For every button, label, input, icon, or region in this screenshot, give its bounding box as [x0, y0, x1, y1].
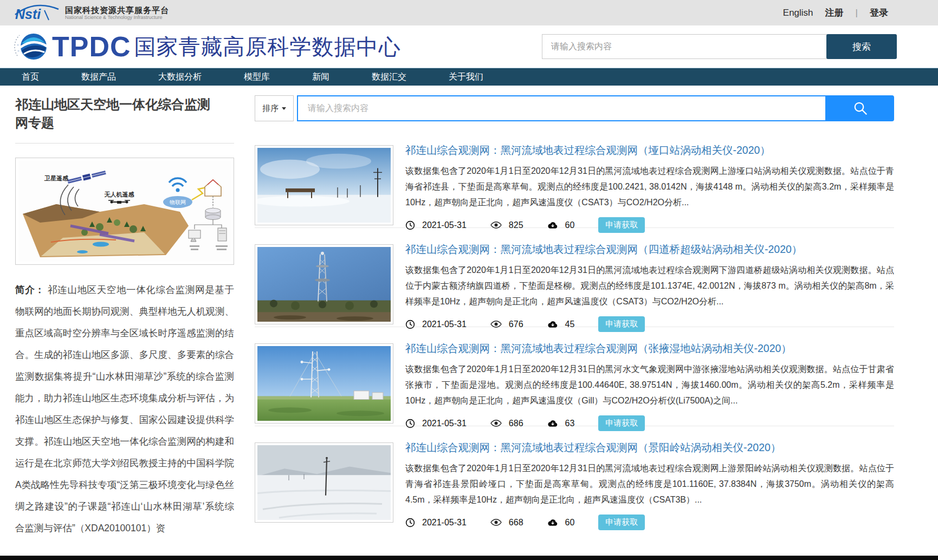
tpdc-globe-icon	[13, 28, 51, 66]
sort-label: 排序	[263, 103, 279, 114]
eye-icon	[490, 518, 502, 526]
nav-item-data-products[interactable]: 数据产品	[81, 71, 116, 83]
dataset-description: 该数据集包含了2020年1月1日至2020年12月31日的黑河流域地表过程综合观…	[405, 460, 894, 507]
dataset-title-link[interactable]: 祁连山综合观测网：黑河流域地表过程综合观测网（张掖湿地站涡动相关仪-2020）	[405, 341, 894, 356]
dataset-views: 686	[509, 419, 523, 428]
topic-illustration: 卫星遥感 无人机遥感	[15, 158, 234, 265]
site-title: 国家青藏高原科学数据中心	[134, 32, 401, 62]
footer-bar	[0, 556, 938, 560]
topic-intro: 简介： 祁连山地区天空地一体化综合监测网是基于物联网的地面长期协同观测、典型样地…	[15, 279, 234, 539]
dataset-downloads: 60	[565, 518, 575, 528]
eye-icon	[490, 221, 502, 229]
dataset-item: 祁连山综合观测网：黑河流域地表过程综合观测网（四道桥超级站涡动相关仪-2020）…	[255, 228, 894, 327]
topic-title: 祁连山地区天空地一体化综合监测网专题	[15, 95, 217, 132]
cloud-download-icon	[547, 419, 558, 428]
dataset-thumbnail[interactable]	[255, 145, 393, 225]
main-navigation: 首页 数据产品 大数据分析 模型库 新闻 数据汇交 关于我们	[0, 68, 938, 86]
nav-item-model-library[interactable]: 模型库	[244, 71, 270, 83]
nav-item-big-data-analysis[interactable]: 大数据分析	[158, 71, 202, 83]
list-toolbar: 排序	[255, 95, 894, 121]
dataset-date: 2021-05-31	[422, 518, 467, 528]
apply-button[interactable]: 申请获取	[598, 415, 645, 431]
dataset-thumbnail[interactable]	[255, 343, 393, 424]
top-utility-bar: Nsti 国家科技资源共享服务平台 National Science & Tec…	[0, 0, 938, 25]
dataset-title-link[interactable]: 祁连山综合观测网：黑河流域地表过程综合观测网（景阳岭站涡动相关仪-2020）	[405, 440, 894, 455]
nav-item-data-submission[interactable]: 数据汇交	[372, 71, 406, 83]
dataset-meta: 2021-05-31 686 63 申请获取	[405, 415, 894, 431]
login-link[interactable]: 登录	[870, 6, 888, 19]
dataset-item: 祁连山综合观测网：黑河流域地表过程综合观测网（景阳岭站涡动相关仪-2020） 该…	[255, 426, 894, 525]
dataset-meta: 2021-05-31 676 45 申请获取	[405, 316, 894, 332]
dataset-title-link[interactable]: 祁连山综合观测网：黑河流域地表过程综合观测网（四道桥超级站涡动相关仪-2020）	[405, 242, 894, 257]
site-header: TPDC 国家青藏高原科学数据中心 搜索	[0, 25, 938, 68]
cloud-download-icon	[547, 320, 558, 329]
header-search: 搜索	[542, 34, 897, 59]
logo-acronym: TPDC	[52, 30, 131, 63]
eye-icon	[490, 419, 502, 427]
dataset-downloads: 60	[565, 220, 575, 230]
apply-button[interactable]: 申请获取	[598, 217, 645, 233]
register-link[interactable]: 注册	[825, 6, 844, 19]
clock-icon	[405, 419, 415, 428]
tower-grassland-photo	[257, 346, 391, 421]
nav-item-news[interactable]: 新闻	[312, 71, 329, 83]
dataset-list-panel: 排序	[255, 95, 894, 539]
dataset-item: 祁连山综合观测网：黑河流域地表过程综合观测网（张掖湿地站涡动相关仪-2020） …	[255, 327, 894, 426]
topic-sidebar: 祁连山地区天空地一体化综合监测网专题	[15, 95, 234, 539]
list-search-input[interactable]	[297, 95, 826, 121]
caret-down-icon	[282, 107, 286, 110]
dataset-description: 该数据集包含了2020年1月1日至2020年12月31日的黑河流域地表过程综合观…	[405, 163, 894, 210]
drone-label: 无人机遥感	[104, 191, 135, 198]
dataset-views: 676	[509, 320, 523, 329]
iot-label: 物联网	[170, 199, 186, 205]
dataset-title-link[interactable]: 祁连山综合观测网：黑河流域地表过程综合观测网（垭口站涡动相关仪-2020）	[405, 143, 894, 158]
nav-item-home[interactable]: 首页	[22, 71, 39, 83]
satellite-label: 卫星遥感	[44, 175, 69, 181]
snow-station-photo	[257, 148, 391, 223]
dataset-meta: 2021-05-31 825 60 申请获取	[405, 217, 894, 233]
dataset-downloads: 45	[565, 320, 575, 329]
platform-name-en: National Science & Technology Infrastruc…	[65, 15, 169, 20]
english-link[interactable]: English	[783, 8, 813, 18]
clock-icon	[405, 220, 415, 230]
magnifier-icon	[852, 100, 869, 116]
platform-name: 国家科技资源共享服务平台	[65, 5, 169, 15]
nsti-logo[interactable]: Nsti 国家科技资源共享服务平台 National Science & Tec…	[13, 4, 169, 22]
cloud-download-icon	[547, 220, 558, 230]
sidebar-divider	[15, 143, 234, 144]
dataset-date: 2021-05-31	[422, 320, 467, 329]
apply-button[interactable]: 申请获取	[598, 316, 645, 332]
dataset-item: 祁连山综合观测网：黑河流域地表过程综合观测网（垭口站涡动相关仪-2020） 该数…	[255, 129, 894, 228]
dataset-downloads: 63	[565, 419, 575, 428]
monitoring-network-diagram: 卫星遥感 无人机遥感	[18, 161, 231, 262]
tpdc-logo[interactable]: TPDC 国家青藏高原科学数据中心	[13, 28, 401, 66]
header-search-input[interactable]	[542, 34, 827, 59]
list-search-button[interactable]	[826, 95, 894, 121]
dataset-views: 825	[509, 220, 523, 230]
intro-label: 简介：	[15, 284, 44, 295]
dataset-views: 668	[509, 518, 523, 528]
tpdc-dataset-list-page: { "colors": { "topbar_bg": "#e3e3e3", "b…	[0, 0, 938, 560]
apply-button[interactable]: 申请获取	[598, 515, 645, 530]
snow-slope-pole-photo	[257, 445, 391, 520]
cloud-download-icon	[547, 518, 558, 527]
svg-text:Nsti: Nsti	[15, 6, 41, 22]
dataset-description: 该数据集包含了2020年1月1日至2020年12月31日的黑河水文气象观测网中游…	[405, 361, 894, 408]
clock-icon	[405, 320, 415, 329]
dataset-meta: 2021-05-31 668 60 申请获取	[405, 515, 894, 530]
nav-item-about-us[interactable]: 关于我们	[449, 71, 483, 83]
eye-icon	[490, 320, 502, 328]
dataset-date: 2021-05-31	[422, 419, 467, 428]
dataset-thumbnail[interactable]	[255, 442, 393, 523]
clock-icon	[405, 518, 415, 528]
dataset-description: 该数据集包含了2020年1月1日至2020年12月31日的黑河流域地表过程综合观…	[405, 262, 894, 309]
dataset-thumbnail[interactable]	[255, 244, 393, 324]
header-search-button[interactable]: 搜索	[826, 34, 897, 59]
nsti-swoosh-icon: Nsti	[13, 4, 60, 22]
tower-shrubland-photo	[257, 247, 391, 322]
dataset-date: 2021-05-31	[422, 220, 467, 230]
link-divider: |	[856, 8, 858, 18]
sort-button[interactable]: 排序	[255, 95, 294, 121]
intro-text: 祁连山地区天空地一体化综合监测网是基于物联网的地面长期协同观测、典型样地无人机观…	[15, 284, 234, 533]
